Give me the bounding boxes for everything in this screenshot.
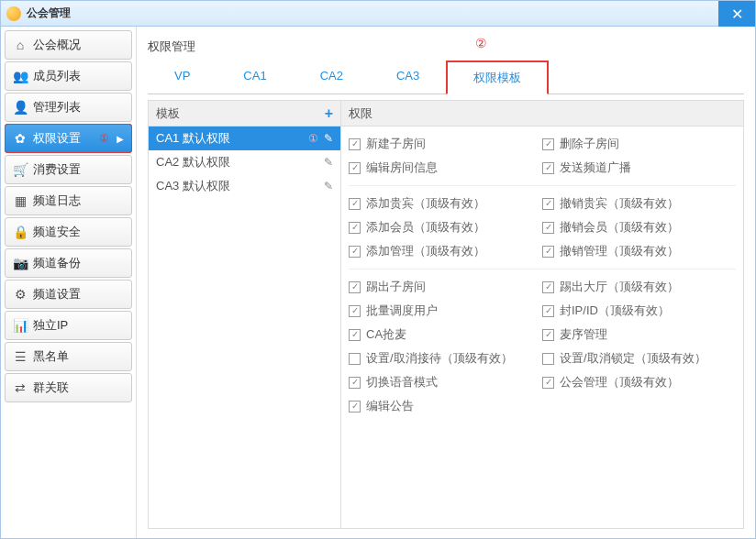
sidebar-icon: 📊 <box>13 318 28 333</box>
permission-label: 撤销贵宾（顶级有效） <box>560 195 679 212</box>
permission-item: 踢出子房间 <box>349 275 542 299</box>
permission-group-0: 新建子房间删除子房间编辑房间信息发送频道广播 <box>349 130 736 186</box>
checkbox[interactable] <box>542 353 554 365</box>
sidebar-item-label: 群关联 <box>33 380 69 396</box>
permission-label: 公会管理（顶级有效） <box>560 374 679 390</box>
sidebar-item-7[interactable]: 📷频道备份 <box>5 248 132 278</box>
checkbox[interactable] <box>349 401 361 412</box>
checkbox[interactable] <box>542 138 554 150</box>
sidebar-item-0[interactable]: ⌂公会概况 <box>5 30 132 60</box>
checkbox[interactable] <box>349 377 361 389</box>
template-item-0[interactable]: CA1 默认权限①✎ <box>149 126 340 150</box>
sidebar-item-9[interactable]: 📊独立IP <box>5 311 132 340</box>
sidebar-item-8[interactable]: ⚙频道设置 <box>5 280 132 309</box>
checkbox[interactable] <box>542 377 554 389</box>
checkbox[interactable] <box>349 138 361 150</box>
tab-4[interactable]: 权限模板 <box>446 60 549 94</box>
checkbox[interactable] <box>349 353 361 365</box>
checkbox[interactable] <box>542 305 554 317</box>
sidebar-icon: 🔒 <box>13 225 28 239</box>
permission-label: 麦序管理 <box>560 326 607 343</box>
permission-label: 设置/取消锁定（顶级有效） <box>560 350 706 367</box>
template-header: 模板 + <box>149 101 340 126</box>
template-item-2[interactable]: CA3 默认权限✎ <box>149 174 340 198</box>
permission-label: 删除子房间 <box>560 136 619 152</box>
container: ⌂公会概况👥成员列表👤管理列表✿权限设置①▶🛒消费设置▦频道日志🔒频道安全📷频道… <box>1 27 755 538</box>
permission-item: 添加会员（顶级有效） <box>349 215 542 239</box>
main: 权限管理 ② VPCA1CA2CA3权限模板 模板 + CA1 默认权限①✎CA… <box>137 27 755 538</box>
pencil-icon[interactable]: ✎ <box>324 132 333 145</box>
page-title: 权限管理 ② <box>148 32 744 60</box>
sidebar-item-label: 频道设置 <box>33 286 81 302</box>
permission-item: 编辑房间信息 <box>349 156 542 180</box>
permission-item: 公会管理（顶级有效） <box>542 370 736 394</box>
permission-label: 编辑房间信息 <box>366 160 438 176</box>
permission-label: 撤销会员（顶级有效） <box>560 219 679 236</box>
permission-label: 封IP/ID（顶级有效） <box>560 302 670 319</box>
sidebar-icon: 👤 <box>13 100 28 115</box>
checkbox[interactable] <box>542 222 554 234</box>
app-icon <box>6 6 21 21</box>
permission-item: CA抢麦 <box>349 323 542 346</box>
permission-item: 设置/取消锁定（顶级有效） <box>542 346 736 370</box>
permission-label: 编辑公告 <box>366 398 414 414</box>
content: 模板 + CA1 默认权限①✎CA2 默认权限✎CA3 默认权限✎ 权限 新建子… <box>148 100 744 529</box>
plus-icon[interactable]: + <box>325 105 333 122</box>
permission-item: 批量调度用户 <box>349 299 542 323</box>
close-icon[interactable]: ✕ <box>718 1 755 27</box>
sidebar-item-5[interactable]: ▦频道日志 <box>5 186 132 215</box>
permission-item: 添加管理（顶级有效） <box>349 239 542 263</box>
permission-group-1: 添加贵宾（顶级有效）撤销贵宾（顶级有效）添加会员（顶级有效）撤销会员（顶级有效）… <box>349 190 736 270</box>
sidebar-item-label: 成员列表 <box>33 68 81 84</box>
checkbox[interactable] <box>542 329 554 341</box>
window-title: 公会管理 <box>27 6 71 21</box>
template-item-1[interactable]: CA2 默认权限✎ <box>149 150 340 174</box>
checkbox[interactable] <box>349 198 361 210</box>
sidebar-icon: ▦ <box>13 193 28 208</box>
permission-label: 添加贵宾（顶级有效） <box>366 195 485 212</box>
sidebar-icon: ⌂ <box>13 38 28 52</box>
permission-header-label: 权限 <box>349 105 372 122</box>
checkbox[interactable] <box>349 329 361 341</box>
sidebar-item-2[interactable]: 👤管理列表 <box>5 93 132 122</box>
template-item-label: CA3 默认权限 <box>156 178 230 194</box>
sidebar-item-6[interactable]: 🔒频道安全 <box>5 217 132 247</box>
tab-2[interactable]: CA2 <box>294 60 370 94</box>
checkbox[interactable] <box>349 246 361 258</box>
template-item-label: CA2 默认权限 <box>156 154 230 170</box>
permission-group-2: 踢出子房间踢出大厅（顶级有效）批量调度用户封IP/ID（顶级有效）CA抢麦麦序管… <box>349 273 736 424</box>
checkbox[interactable] <box>349 305 361 317</box>
sidebar-item-4[interactable]: 🛒消费设置 <box>5 155 132 184</box>
sidebar-item-label: 公会概况 <box>33 37 81 53</box>
checkbox[interactable] <box>349 222 361 234</box>
checkbox[interactable] <box>349 162 361 174</box>
sidebar-item-10[interactable]: ☰黑名单 <box>5 342 132 371</box>
permission-item: 删除子房间 <box>542 132 736 156</box>
page-title-text: 权限管理 <box>148 39 195 53</box>
template-item-label: CA1 默认权限 <box>156 130 230 147</box>
sidebar-icon: ☰ <box>13 349 28 364</box>
sidebar-item-11[interactable]: ⇄群关联 <box>5 373 132 402</box>
permission-panel: 权限 新建子房间删除子房间编辑房间信息发送频道广播添加贵宾（顶级有效）撤销贵宾（… <box>341 101 743 528</box>
sidebar-icon: 📷 <box>13 256 28 270</box>
sidebar-item-label: 频道日志 <box>33 192 81 209</box>
sidebar-icon: ⚙ <box>13 287 28 302</box>
tab-0[interactable]: VP <box>148 60 217 94</box>
pencil-icon[interactable]: ✎ <box>324 156 333 169</box>
tab-3[interactable]: CA3 <box>370 60 446 94</box>
pencil-icon[interactable]: ✎ <box>324 180 333 192</box>
permission-label: 添加会员（顶级有效） <box>366 219 485 236</box>
permission-item: 新建子房间 <box>349 132 542 156</box>
checkbox[interactable] <box>542 281 554 293</box>
annotation-marker-1: ① <box>99 132 109 145</box>
sidebar-item-3[interactable]: ✿权限设置①▶ <box>5 124 132 153</box>
checkbox[interactable] <box>542 198 554 210</box>
sidebar-item-1[interactable]: 👥成员列表 <box>5 61 132 91</box>
checkbox[interactable] <box>349 281 361 293</box>
checkbox[interactable] <box>542 162 554 174</box>
sidebar-item-label: 频道安全 <box>33 224 81 240</box>
permission-item: 发送频道广播 <box>542 156 736 180</box>
template-panel: 模板 + CA1 默认权限①✎CA2 默认权限✎CA3 默认权限✎ <box>149 101 341 528</box>
checkbox[interactable] <box>542 246 554 258</box>
tab-1[interactable]: CA1 <box>217 60 293 94</box>
